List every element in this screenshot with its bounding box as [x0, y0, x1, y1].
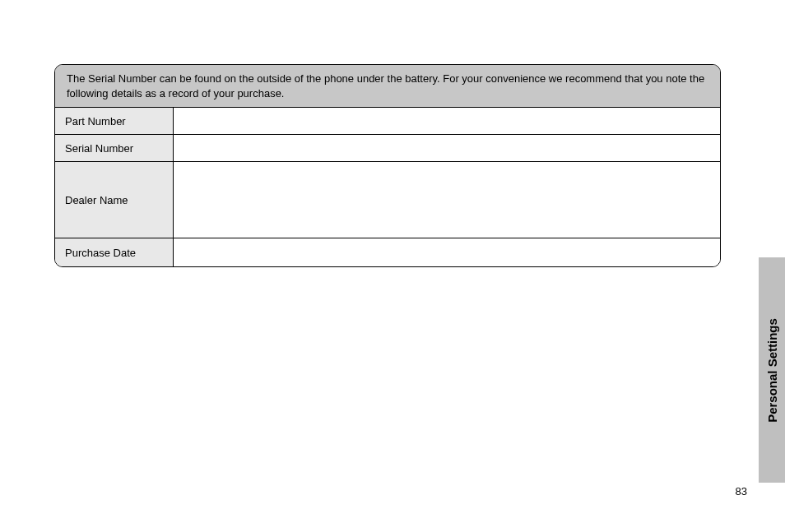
section-tab-label: Personal Settings — [765, 318, 779, 423]
table-row: Dealer Name — [55, 162, 720, 238]
label-serial-number: Serial Number — [55, 135, 174, 161]
value-dealer-name — [174, 162, 720, 238]
purchase-record-table: The Serial Number can be found on the ou… — [54, 64, 721, 267]
section-tab: Personal Settings — [759, 257, 785, 483]
value-part-number — [174, 108, 720, 134]
value-serial-number — [174, 135, 720, 161]
value-purchase-date — [174, 238, 720, 266]
label-dealer-name: Dealer Name — [55, 162, 174, 238]
table-header-note: The Serial Number can be found on the ou… — [55, 65, 720, 108]
table-row: Purchase Date — [55, 238, 720, 266]
table-row: Serial Number — [55, 135, 720, 162]
table-row: Part Number — [55, 108, 720, 135]
document-page: The Serial Number can be found on the ou… — [0, 0, 785, 532]
page-number: 83 — [736, 485, 747, 497]
label-purchase-date: Purchase Date — [55, 238, 174, 266]
label-part-number: Part Number — [55, 108, 174, 134]
